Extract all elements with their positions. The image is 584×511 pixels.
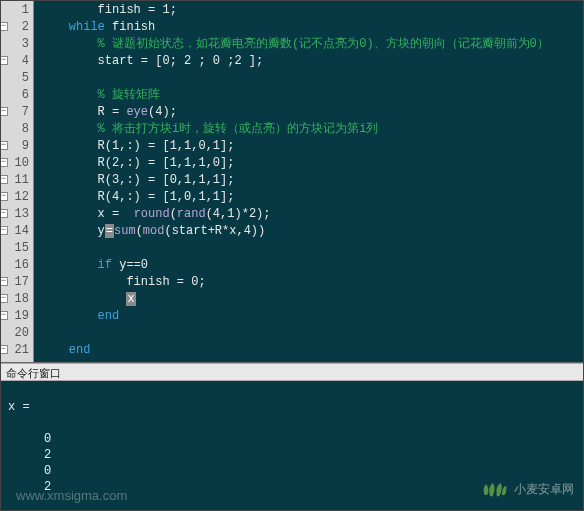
code-line[interactable]: R(4,:) = [1,0,1,1]; xyxy=(40,189,584,206)
code-line[interactable]: R = eye(4); xyxy=(40,104,584,121)
line-number: 7− xyxy=(0,104,29,121)
code-line[interactable]: % 旋转矩阵 xyxy=(40,87,584,104)
code-line[interactable]: x = round(rand(4,1)*2); xyxy=(40,206,584,223)
line-number: 13− xyxy=(0,206,29,223)
code-line[interactable]: x xyxy=(40,291,584,308)
code-line[interactable]: R(2,:) = [1,1,1,0]; xyxy=(40,155,584,172)
fold-toggle-icon[interactable]: − xyxy=(0,158,8,167)
code-area[interactable]: finish = 1; while finish % 谜题初始状态，如花瓣电亮的… xyxy=(34,0,584,362)
line-number: 15 xyxy=(0,240,29,257)
code-line[interactable]: end xyxy=(40,342,584,359)
line-number: 1 xyxy=(0,2,29,19)
code-line[interactable] xyxy=(40,70,584,87)
fold-toggle-icon[interactable]: − xyxy=(0,56,8,65)
fold-toggle-icon[interactable]: − xyxy=(0,294,8,303)
code-line[interactable]: finish = 1; xyxy=(40,2,584,19)
code-line[interactable]: while finish xyxy=(40,19,584,36)
code-line[interactable] xyxy=(40,240,584,257)
fold-toggle-icon[interactable]: − xyxy=(0,209,8,218)
editor-pane[interactable]: 12−34−567−89−10−11−12−13−14−151617−18−19… xyxy=(0,0,584,363)
fold-toggle-icon[interactable]: − xyxy=(0,175,8,184)
fold-toggle-icon[interactable]: − xyxy=(0,277,8,286)
code-line[interactable]: start = [0; 2 ; 0 ;2 ]; xyxy=(40,53,584,70)
line-number: 18− xyxy=(0,291,29,308)
line-number: 5 xyxy=(0,70,29,87)
line-number: 19− xyxy=(0,308,29,325)
fold-toggle-icon[interactable]: − xyxy=(0,345,8,354)
line-number: 4− xyxy=(0,53,29,70)
fold-toggle-icon[interactable]: − xyxy=(0,22,8,31)
code-line[interactable]: R(1,:) = [1,1,0,1]; xyxy=(40,138,584,155)
fold-toggle-icon[interactable]: − xyxy=(0,311,8,320)
code-line[interactable]: R(3,:) = [0,1,1,1]; xyxy=(40,172,584,189)
code-line[interactable]: finish = 0; xyxy=(40,274,584,291)
line-number: 20 xyxy=(0,325,29,342)
fold-toggle-icon[interactable]: − xyxy=(0,226,8,235)
line-number: 17− xyxy=(0,274,29,291)
fold-toggle-icon[interactable]: − xyxy=(0,141,8,150)
line-number: 3 xyxy=(0,36,29,53)
line-number: 8 xyxy=(0,121,29,138)
line-number-gutter: 12−34−567−89−10−11−12−13−14−151617−18−19… xyxy=(0,0,34,362)
line-number: 2− xyxy=(0,19,29,36)
code-line[interactable]: end xyxy=(40,308,584,325)
command-window-title: 命令行窗口 xyxy=(0,363,584,381)
code-line[interactable]: if y==0 xyxy=(40,257,584,274)
line-number: 16 xyxy=(0,257,29,274)
line-number: 10− xyxy=(0,155,29,172)
line-number: 12− xyxy=(0,189,29,206)
code-line[interactable] xyxy=(40,325,584,342)
command-window[interactable]: x = 0 2 0 2 xyxy=(0,381,584,493)
line-number: 6 xyxy=(0,87,29,104)
line-number: 11− xyxy=(0,172,29,189)
code-line[interactable]: % 谜题初始状态，如花瓣电亮的瓣数(记不点亮为0)、方块的朝向（记花瓣朝前为0） xyxy=(40,36,584,53)
line-number: 14− xyxy=(0,223,29,240)
line-number: 9− xyxy=(0,138,29,155)
fold-toggle-icon[interactable]: − xyxy=(0,192,8,201)
line-number: 21− xyxy=(0,342,29,359)
fold-toggle-icon[interactable]: − xyxy=(0,107,8,116)
code-line[interactable]: % 将击打方块i时，旋转（或点亮）的方块记为第i列 xyxy=(40,121,584,138)
code-line[interactable]: y=sum(mod(start+R*x,4)) xyxy=(40,223,584,240)
